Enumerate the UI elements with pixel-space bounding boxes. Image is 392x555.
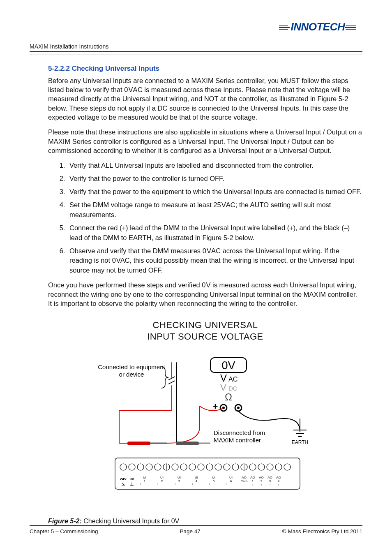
svg-text:Ω: Ω bbox=[225, 391, 232, 402]
step-item: Observe and verify that the DMM measures… bbox=[67, 246, 362, 276]
step-item: Verify that the power to the equipment t… bbox=[67, 187, 362, 197]
svg-text:−: − bbox=[234, 482, 236, 486]
doc-title: MAXIM Installation Instructions bbox=[30, 43, 362, 50]
brand-logo: INNOTECH bbox=[273, 21, 362, 33]
svg-text:Com: Com bbox=[240, 479, 247, 483]
svg-text:+: + bbox=[251, 483, 254, 487]
svg-point-34 bbox=[137, 464, 144, 470]
para-3: Once you have performed these steps and … bbox=[48, 280, 362, 308]
svg-text:+: + bbox=[157, 482, 159, 486]
svg-text:or device: or device bbox=[119, 371, 144, 378]
svg-text:24V: 24V bbox=[120, 477, 126, 481]
brand-text: INNOTECH bbox=[291, 21, 345, 33]
header-rule bbox=[30, 51, 362, 55]
svg-text:5: 5 bbox=[212, 479, 214, 483]
svg-text:UI: UI bbox=[229, 476, 233, 479]
figure-diagram: Connected to equipment or device 0V V bbox=[90, 353, 321, 509]
figure-caption: Figure 5-2: Checking Universal Inputs fo… bbox=[48, 517, 362, 526]
svg-text:Connected to equipment: Connected to equipment bbox=[98, 363, 165, 370]
step-item: Verify that ALL Universal Inputs are lab… bbox=[67, 161, 362, 171]
svg-text:−: − bbox=[165, 482, 167, 486]
svg-text:⊥: ⊥ bbox=[130, 482, 134, 486]
svg-text:1: 1 bbox=[143, 479, 145, 483]
step-item: Verify that the power to the controller … bbox=[67, 174, 362, 184]
svg-text:AO: AO bbox=[276, 476, 281, 479]
svg-point-44 bbox=[215, 464, 221, 470]
svg-text:AC: AC bbox=[228, 376, 238, 383]
svg-text:0V: 0V bbox=[129, 477, 134, 481]
svg-text:UI: UI bbox=[143, 476, 146, 479]
svg-text:AO: AO bbox=[242, 476, 247, 479]
svg-point-49 bbox=[249, 464, 256, 470]
footer-right: © Mass Electronics Pty Ltd 2011 bbox=[282, 528, 362, 534]
svg-text:UI: UI bbox=[212, 476, 215, 479]
svg-text:+: + bbox=[260, 483, 262, 487]
svg-text:−: − bbox=[200, 482, 202, 486]
svg-text:4: 4 bbox=[195, 479, 197, 483]
svg-text:+: + bbox=[191, 482, 193, 486]
svg-point-50 bbox=[258, 464, 265, 470]
step-item: Set the DMM voltage range to measure at … bbox=[67, 200, 362, 220]
svg-text:+: + bbox=[269, 483, 271, 487]
svg-point-51 bbox=[267, 464, 273, 470]
figure: CHECKING UNIVERSAL INPUT SOURCE VOLTAGE … bbox=[48, 319, 362, 526]
svg-rect-8 bbox=[127, 442, 150, 445]
steps-list: Verify that ALL Universal Inputs are lab… bbox=[48, 161, 362, 275]
svg-text:+: + bbox=[208, 482, 210, 486]
svg-text:4: 4 bbox=[277, 479, 279, 483]
svg-text:6: 6 bbox=[230, 479, 232, 483]
svg-rect-31 bbox=[115, 458, 300, 489]
footer-center: Page 47 bbox=[180, 528, 200, 534]
svg-text:∿: ∿ bbox=[122, 482, 125, 486]
svg-point-33 bbox=[129, 464, 135, 470]
svg-text:−: − bbox=[148, 482, 150, 486]
svg-text:AO: AO bbox=[267, 476, 272, 479]
svg-text:1: 1 bbox=[251, 479, 254, 483]
svg-point-53 bbox=[284, 464, 291, 470]
svg-text:+: + bbox=[174, 482, 176, 486]
svg-text:+: + bbox=[139, 482, 141, 486]
svg-point-35 bbox=[146, 464, 152, 470]
para-1: Before any Universal Inputs are connecte… bbox=[48, 76, 362, 122]
svg-text:3: 3 bbox=[178, 479, 180, 483]
svg-point-43 bbox=[206, 464, 213, 470]
svg-text:3: 3 bbox=[269, 479, 271, 483]
svg-point-52 bbox=[275, 464, 282, 470]
svg-text:AO: AO bbox=[250, 476, 255, 479]
svg-text:UI: UI bbox=[195, 476, 198, 479]
svg-text:+: + bbox=[226, 482, 228, 486]
svg-text:UI: UI bbox=[160, 476, 164, 479]
svg-point-36 bbox=[154, 464, 161, 470]
svg-point-39 bbox=[172, 464, 178, 470]
svg-point-45 bbox=[224, 464, 230, 470]
svg-text:−: − bbox=[243, 483, 245, 487]
svg-point-46 bbox=[232, 464, 239, 470]
footer-left: Chapter 5 – Commissioning bbox=[30, 528, 98, 534]
svg-point-41 bbox=[189, 464, 196, 470]
para-2: Please note that these instructions are … bbox=[48, 127, 362, 155]
step-item: Connect the red (+) lead of the DMM to t… bbox=[67, 223, 362, 243]
svg-text:2: 2 bbox=[161, 479, 163, 483]
svg-text:V: V bbox=[220, 372, 227, 384]
svg-rect-29 bbox=[176, 442, 199, 445]
figure-title: CHECKING UNIVERSAL INPUT SOURCE VOLTAGE bbox=[48, 319, 362, 342]
svg-point-21 bbox=[237, 407, 240, 409]
svg-text:UI: UI bbox=[178, 476, 181, 479]
svg-text:DC: DC bbox=[228, 385, 238, 392]
svg-point-42 bbox=[198, 464, 204, 470]
svg-text:0V: 0V bbox=[221, 359, 235, 372]
page-footer: Chapter 5 – Commissioning Page 47 © Mass… bbox=[30, 525, 362, 534]
svg-point-32 bbox=[120, 464, 127, 470]
svg-point-40 bbox=[180, 464, 187, 470]
svg-text:Disconnected from: Disconnected from bbox=[214, 429, 265, 436]
svg-text:+: + bbox=[277, 483, 279, 487]
svg-text:−: − bbox=[182, 482, 184, 486]
svg-text:MAXIM controller: MAXIM controller bbox=[214, 437, 261, 444]
svg-text:AO: AO bbox=[259, 476, 264, 479]
svg-text:EARTH: EARTH bbox=[291, 439, 308, 445]
svg-text:2: 2 bbox=[260, 479, 262, 483]
section-heading: 5-2.2.2 Checking Universal Inputs bbox=[48, 64, 362, 74]
svg-text:−: − bbox=[217, 482, 219, 486]
